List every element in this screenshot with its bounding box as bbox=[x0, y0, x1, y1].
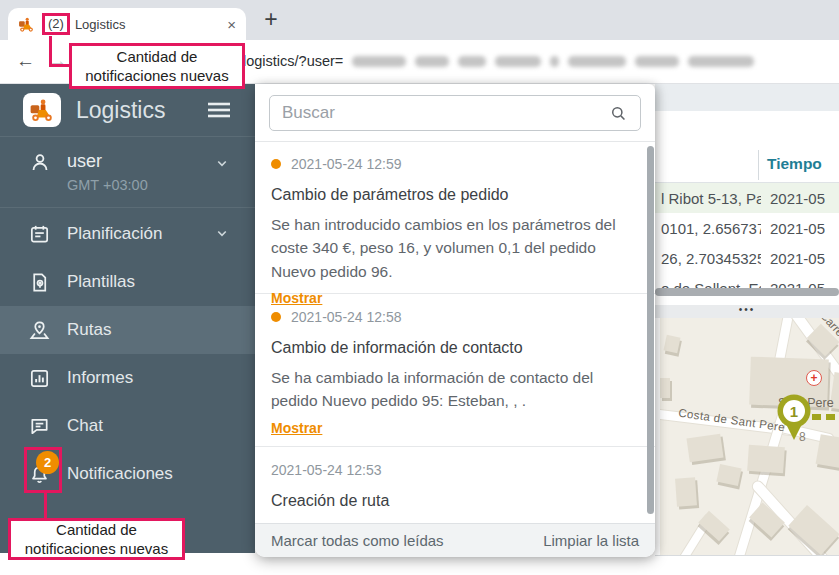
notification-timestamp: 2021-05-24 12:59 bbox=[291, 156, 402, 172]
cell-time: 2021-05 bbox=[761, 220, 825, 237]
cell-time: 2021-05 bbox=[761, 190, 825, 207]
url-prefix: logistics/?user= bbox=[243, 53, 343, 69]
table-row[interactable]: l Ribot 5-13, Pal... 2021-05 bbox=[655, 183, 839, 213]
notification-item[interactable]: 2021-05-24 12:59 Cambio de parámetros de… bbox=[255, 141, 655, 294]
browser-tab[interactable]: (2) Logistics × bbox=[8, 8, 246, 40]
user-name: user bbox=[67, 151, 102, 172]
table-header: Tiempo bbox=[655, 147, 839, 183]
notification-item[interactable]: 2021-05-24 12:58 Cambio de información d… bbox=[255, 294, 655, 447]
tab-title: (2) Logistics bbox=[42, 13, 220, 35]
show-link[interactable]: Mostrar bbox=[271, 420, 322, 436]
sidebar-item-label: Rutas bbox=[67, 320, 111, 340]
search-icon[interactable] bbox=[609, 104, 628, 123]
notification-title: Cambio de parámetros de pedido bbox=[271, 186, 639, 204]
sidebar-user-section[interactable]: user GMT +03:00 bbox=[0, 137, 255, 208]
content-footer-strip bbox=[655, 555, 839, 575]
cell-address: l Ribot 5-13, Pal... bbox=[655, 190, 761, 207]
pharmacy-icon: + bbox=[806, 370, 822, 386]
redacted-url-segment bbox=[635, 56, 679, 67]
notification-timestamp: 2021-05-24 12:53 bbox=[271, 462, 382, 478]
map-building bbox=[698, 511, 730, 542]
mark-all-read-link[interactable]: Marcar todas como leídas bbox=[271, 532, 444, 549]
logistics-favicon-icon bbox=[18, 16, 35, 33]
redacted-url-segment bbox=[688, 56, 754, 67]
redacted-url-segment bbox=[568, 56, 626, 67]
chevron-down-icon bbox=[213, 154, 231, 176]
sidebar-item-label: Plantillas bbox=[67, 272, 135, 292]
redacted-url-segment bbox=[458, 56, 486, 67]
notification-timestamp: 2021-05-24 12:58 bbox=[291, 309, 402, 325]
cell-time: 2021-05 bbox=[761, 250, 825, 267]
sidebar-item-rutas[interactable]: Rutas bbox=[0, 306, 255, 354]
notifications-list: 2021-05-24 12:59 Cambio de parámetros de… bbox=[255, 141, 655, 523]
sidebar-item-label: Informes bbox=[67, 368, 133, 388]
map-building bbox=[747, 445, 785, 473]
orders-table: l Ribot 5-13, Pal... 2021-05 0101, 2.656… bbox=[655, 183, 839, 288]
unread-dot bbox=[271, 159, 281, 169]
cell-address: 26, 2.703453256... bbox=[655, 250, 761, 267]
sidebar-item-plantillas[interactable]: Plantillas bbox=[0, 258, 255, 306]
template-icon bbox=[28, 271, 52, 294]
browser-window: (2) Logistics × + ← → logistics/?user= bbox=[0, 0, 839, 575]
table-row[interactable]: o de Sallent, Es Fi 2021-05 bbox=[655, 273, 839, 288]
column-header-tiempo[interactable]: Tiempo bbox=[767, 155, 822, 173]
redacted-url-segment bbox=[550, 56, 559, 67]
notification-body: Se ha cambiado la información de contact… bbox=[271, 366, 639, 413]
clear-list-link[interactable]: Limpiar la lista bbox=[543, 532, 639, 549]
user-timezone: GMT +03:00 bbox=[67, 177, 148, 193]
tab-close-icon[interactable]: × bbox=[227, 16, 236, 33]
table-row[interactable]: 0101, 2.6567375... 2021-05 bbox=[655, 213, 839, 243]
routes-icon bbox=[28, 319, 52, 342]
calendar-icon bbox=[28, 223, 52, 246]
notification-item[interactable]: 2021-05-24 12:53 Creación de ruta bbox=[255, 447, 655, 510]
table-row[interactable]: 26, 2.703453256... 2021-05 bbox=[655, 243, 839, 273]
logistics-logo bbox=[23, 93, 61, 127]
map[interactable]: Costa de Sant Pere Sant Pere Carre 8 + 1 bbox=[660, 318, 839, 555]
annotation-callout-top: Cantidad de notificaciones nuevas bbox=[69, 43, 245, 89]
horizontal-scrollbar[interactable] bbox=[655, 288, 839, 296]
notification-title: Cambio de información de contacto bbox=[271, 339, 639, 357]
show-link[interactable]: Mostrar bbox=[271, 290, 322, 306]
annotation-highlight-rect bbox=[24, 447, 62, 493]
sidebar-item-chat[interactable]: Chat bbox=[0, 402, 255, 450]
redacted-url-segment bbox=[415, 56, 449, 67]
search-input[interactable] bbox=[270, 103, 609, 123]
user-icon bbox=[28, 151, 52, 179]
route-dashed-line bbox=[812, 414, 839, 420]
map-building bbox=[788, 505, 839, 555]
splitter-handle[interactable]: ••• bbox=[655, 305, 839, 318]
sidebar-item-label: Chat bbox=[67, 416, 103, 436]
route-stop-pin[interactable]: 1 bbox=[772, 392, 816, 444]
panel-footer: Marcar todas como leídas Limpiar la list… bbox=[255, 523, 655, 557]
sidebar-item-label: Planificación bbox=[67, 224, 162, 244]
annotation-connector-line bbox=[49, 36, 52, 67]
cell-address: 0101, 2.6567375... bbox=[655, 220, 761, 237]
map-building bbox=[686, 434, 723, 462]
pin-number: 1 bbox=[790, 403, 798, 420]
annotation-connector-line bbox=[44, 493, 47, 518]
cell-time: 2021-05 bbox=[761, 280, 825, 289]
column-divider bbox=[758, 150, 759, 180]
map-building bbox=[675, 477, 697, 506]
notifications-panel: 2021-05-24 12:59 Cambio de parámetros de… bbox=[255, 84, 655, 557]
panel-scrollbar[interactable] bbox=[647, 146, 654, 514]
content-pane: Tiempo l Ribot 5-13, Pal... 2021-05 0101… bbox=[655, 84, 839, 575]
cell-address: o de Sallent, Es Fi bbox=[655, 280, 761, 289]
sidebar-item-planificacion[interactable]: Planificación bbox=[0, 210, 255, 258]
logistics-app: Logistics user GMT +03:00 bbox=[0, 84, 839, 575]
redacted-url-segment bbox=[495, 56, 541, 67]
notification-body: Se han introducido cambios en los paráme… bbox=[271, 213, 639, 283]
new-tab-button[interactable]: + bbox=[256, 5, 286, 35]
sidebar-item-informes[interactable]: Informes bbox=[0, 354, 255, 402]
search-box bbox=[269, 95, 641, 131]
annotation-connector-line bbox=[49, 64, 71, 67]
toolbar-strip bbox=[655, 84, 839, 111]
menu-icon[interactable] bbox=[207, 100, 231, 120]
back-icon[interactable]: ← bbox=[16, 50, 35, 72]
address-field[interactable]: logistics/?user= bbox=[243, 53, 754, 69]
tab-name: Logistics bbox=[75, 17, 126, 32]
map-building bbox=[716, 464, 741, 486]
app-title: Logistics bbox=[76, 97, 207, 124]
sidebar-header: Logistics bbox=[0, 84, 255, 137]
map-building bbox=[663, 335, 680, 354]
